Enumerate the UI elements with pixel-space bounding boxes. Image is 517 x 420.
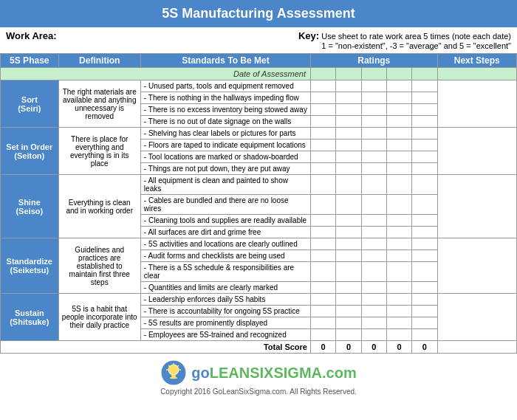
rating-input[interactable] xyxy=(336,92,361,104)
rating-input[interactable] xyxy=(336,294,361,306)
rating-input[interactable] xyxy=(310,262,335,282)
rating-input[interactable] xyxy=(310,175,335,195)
date-col-4[interactable] xyxy=(386,68,411,80)
rating-input[interactable] xyxy=(336,282,361,294)
rating-input[interactable] xyxy=(310,104,335,116)
rating-input[interactable] xyxy=(336,317,361,329)
rating-input[interactable] xyxy=(336,163,361,175)
rating-input[interactable] xyxy=(386,262,411,282)
rating-input[interactable] xyxy=(310,329,335,341)
rating-input[interactable] xyxy=(361,175,386,195)
rating-input[interactable] xyxy=(310,238,335,250)
rating-input[interactable] xyxy=(412,227,437,238)
rating-input[interactable] xyxy=(412,151,437,163)
rating-input[interactable] xyxy=(386,140,411,151)
rating-input[interactable] xyxy=(361,195,386,215)
rating-input[interactable] xyxy=(361,116,386,128)
rating-input[interactable] xyxy=(310,140,335,151)
rating-input[interactable] xyxy=(412,215,437,227)
rating-input[interactable] xyxy=(386,329,411,341)
rating-input[interactable] xyxy=(386,80,411,92)
rating-input[interactable] xyxy=(412,282,437,294)
rating-input[interactable] xyxy=(361,215,386,227)
rating-input[interactable] xyxy=(412,238,437,250)
rating-input[interactable] xyxy=(336,104,361,116)
date-col-2[interactable] xyxy=(336,68,361,80)
rating-input[interactable] xyxy=(336,215,361,227)
rating-input[interactable] xyxy=(361,163,386,175)
rating-input[interactable] xyxy=(412,306,437,317)
rating-input[interactable] xyxy=(386,282,411,294)
next-steps-cell-4[interactable] xyxy=(437,294,516,341)
rating-input[interactable] xyxy=(361,104,386,116)
rating-input[interactable] xyxy=(386,151,411,163)
rating-input[interactable] xyxy=(361,250,386,262)
rating-input[interactable] xyxy=(361,128,386,140)
rating-input[interactable] xyxy=(310,116,335,128)
rating-input[interactable] xyxy=(386,175,411,195)
rating-input[interactable] xyxy=(336,80,361,92)
rating-input[interactable] xyxy=(386,215,411,227)
rating-input[interactable] xyxy=(361,294,386,306)
rating-input[interactable] xyxy=(336,151,361,163)
rating-input[interactable] xyxy=(386,227,411,238)
rating-input[interactable] xyxy=(361,80,386,92)
rating-input[interactable] xyxy=(336,329,361,341)
rating-input[interactable] xyxy=(412,163,437,175)
rating-input[interactable] xyxy=(310,227,335,238)
rating-input[interactable] xyxy=(310,306,335,317)
rating-input[interactable] xyxy=(412,329,437,341)
rating-input[interactable] xyxy=(412,92,437,104)
rating-input[interactable] xyxy=(336,140,361,151)
rating-input[interactable] xyxy=(310,250,335,262)
date-col-5[interactable] xyxy=(412,68,437,80)
rating-input[interactable] xyxy=(310,294,335,306)
next-steps-cell-1[interactable] xyxy=(437,128,516,175)
rating-input[interactable] xyxy=(386,294,411,306)
rating-input[interactable] xyxy=(412,195,437,215)
rating-input[interactable] xyxy=(310,215,335,227)
rating-input[interactable] xyxy=(386,92,411,104)
rating-input[interactable] xyxy=(386,163,411,175)
rating-input[interactable] xyxy=(386,250,411,262)
rating-input[interactable] xyxy=(361,151,386,163)
rating-input[interactable] xyxy=(361,282,386,294)
rating-input[interactable] xyxy=(336,116,361,128)
rating-input[interactable] xyxy=(310,195,335,215)
rating-input[interactable] xyxy=(361,140,386,151)
rating-input[interactable] xyxy=(412,140,437,151)
rating-input[interactable] xyxy=(336,238,361,250)
rating-input[interactable] xyxy=(412,128,437,140)
rating-input[interactable] xyxy=(386,306,411,317)
rating-input[interactable] xyxy=(386,104,411,116)
rating-input[interactable] xyxy=(361,92,386,104)
rating-input[interactable] xyxy=(361,238,386,250)
rating-input[interactable] xyxy=(336,262,361,282)
rating-input[interactable] xyxy=(412,175,437,195)
next-steps-cell-3[interactable] xyxy=(437,238,516,294)
rating-input[interactable] xyxy=(361,262,386,282)
date-next-steps[interactable] xyxy=(437,68,516,80)
rating-input[interactable] xyxy=(310,317,335,329)
rating-input[interactable] xyxy=(336,128,361,140)
rating-input[interactable] xyxy=(386,317,411,329)
rating-input[interactable] xyxy=(310,151,335,163)
rating-input[interactable] xyxy=(310,163,335,175)
rating-input[interactable] xyxy=(386,128,411,140)
rating-input[interactable] xyxy=(336,227,361,238)
rating-input[interactable] xyxy=(386,238,411,250)
rating-input[interactable] xyxy=(310,282,335,294)
rating-input[interactable] xyxy=(336,306,361,317)
date-col-1[interactable] xyxy=(310,68,335,80)
rating-input[interactable] xyxy=(412,317,437,329)
rating-input[interactable] xyxy=(386,195,411,215)
rating-input[interactable] xyxy=(310,128,335,140)
rating-input[interactable] xyxy=(361,329,386,341)
rating-input[interactable] xyxy=(336,175,361,195)
rating-input[interactable] xyxy=(310,92,335,104)
rating-input[interactable] xyxy=(361,317,386,329)
rating-input[interactable] xyxy=(336,250,361,262)
rating-input[interactable] xyxy=(412,80,437,92)
rating-input[interactable] xyxy=(412,250,437,262)
rating-input[interactable] xyxy=(412,262,437,282)
